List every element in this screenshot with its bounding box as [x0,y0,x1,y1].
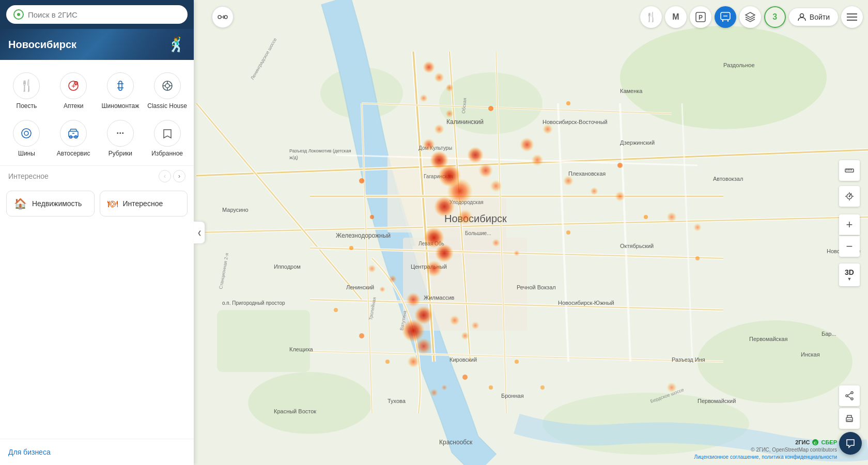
svg-point-101 [435,244,454,262]
svg-point-87 [467,147,484,163]
svg-text:Плехановская: Плехановская [568,171,606,177]
svg-point-119 [667,212,677,222]
svg-point-126 [349,246,353,250]
collapse-sidebar-button[interactable] [194,221,205,244]
food-filter-button[interactable]: 🍴 [640,6,662,28]
business-link[interactable]: Для бизнеса [8,448,51,456]
category-item-autoservice[interactable]: Автосервис [51,116,96,161]
svg-point-113 [615,191,625,202]
search-input[interactable] [28,10,180,19]
svg-point-94 [434,72,444,83]
svg-point-123 [667,382,677,393]
category-item-pharmacy[interactable]: + R Аптеки [51,68,96,114]
menu-button[interactable] [841,6,863,28]
login-button[interactable]: Войти [789,8,838,26]
zoom-in-icon: + [846,218,853,231]
svg-text:Новосибирск-Восточный: Новосибирск-Восточный [542,119,608,125]
category-item-tires-change[interactable]: Шиномонтаж [98,68,143,114]
logo-2gis: 2ГИС [795,439,810,446]
category-item-tires[interactable]: Шины [4,116,49,161]
svg-point-93 [423,61,435,73]
classic-house-icon [154,72,181,99]
classic-house-label: Classic House [147,102,187,110]
realty-icon: 🏠 [14,197,27,210]
svg-point-127 [488,106,493,111]
svg-point-134 [359,333,364,338]
nav-prev-button[interactable]: ‹ [159,170,171,182]
svg-text:R: R [74,81,78,86]
svg-point-107 [407,355,420,368]
share-button[interactable] [839,385,860,406]
sidebar: Новосибирск 🕺 🍴 Поесть + R Аптеки [0,0,194,465]
routes-mode-button[interactable] [212,6,234,28]
interesting-icon: 🍽 [107,198,118,210]
realty-card[interactable]: 🏠 Недвижимость [6,191,95,216]
category-grid: 🍴 Поесть + R Аптеки Ши [0,60,194,165]
svg-text:Тухова: Тухова [388,398,406,404]
zoom-controls: + − [839,214,860,257]
svg-point-97 [520,137,534,152]
nav-next-button[interactable]: › [173,170,185,182]
svg-text:Большие...: Большие... [465,230,491,236]
svg-point-102 [426,260,442,277]
zoom-out-button[interactable]: − [839,236,860,257]
interesting-card[interactable]: 🍽 Интересное [100,191,188,216]
svg-point-153 [22,129,31,138]
svg-point-99 [542,124,553,134]
search-input-wrap[interactable] [6,5,188,24]
locate-button[interactable] [839,186,860,207]
attribution-copy: © 2ГИС, OpenStreetMap contributors [694,446,837,454]
top-toolbar: 🍴 М P 3 Войти [212,6,863,28]
interesting-card-label: Интересное [123,199,163,208]
svg-text:Автовокзал: Автовокзал [713,176,743,182]
parking-filter-button[interactable]: P [690,6,711,28]
print-button[interactable] [839,408,860,429]
svg-text:Бар...: Бар... [822,331,836,337]
svg-point-117 [492,239,500,247]
layers-button[interactable] [739,6,761,28]
eat-label: Поесть [17,102,37,110]
bottom-cards: 🏠 Недвижимость 🍽 Интересное [0,187,194,221]
category-item-favorites[interactable]: Избранное [145,116,190,161]
3d-label: 3D [845,268,854,276]
score-button[interactable]: 3 [764,6,786,28]
svg-point-129 [617,163,623,168]
city-banner: Новосибирск 🕺 [0,29,194,60]
nav-arrows: ‹ › [159,170,185,182]
svg-text:Железнодорожный: Железнодорожный [336,232,391,239]
svg-text:Первомайская: Первомайская [749,336,787,342]
3d-button[interactable]: 3D ▼ [839,264,860,286]
svg-text:Первомайский: Первомайский [698,398,736,404]
business-link-section: Для бизнеса [0,439,194,465]
svg-point-124 [359,178,364,183]
svg-point-85 [434,196,455,217]
rubrics-icon: ··· [107,120,134,147]
interesting-section: Интересное ‹ › [0,165,194,187]
category-item-rubrics[interactable]: ··· Рубрики [98,116,143,161]
metro-filter-button[interactable]: М [665,6,687,28]
3d-arrow-icon: ▼ [847,276,852,282]
routes-filter-button[interactable] [715,6,736,28]
svg-point-86 [457,209,473,225]
svg-point-88 [478,163,493,178]
ruler-button[interactable] [839,160,860,181]
svg-text:о.п. Пригородный простор: о.п. Пригородный простор [222,300,285,306]
svg-text:Каменка: Каменка [620,88,643,94]
svg-text:ж/д): ж/д) [289,155,298,160]
svg-point-118 [514,250,520,256]
category-item-classic-house[interactable]: Classic House [145,68,190,114]
category-item-eat[interactable]: 🍴 Поесть [4,68,49,114]
svg-point-122 [441,384,447,391]
pharmacy-label: Аптеки [64,102,84,110]
eat-icon: 🍴 [13,72,40,99]
svg-point-180 [846,395,848,397]
autoservice-icon [60,120,87,147]
attribution-license[interactable]: Лицензионное соглашение, политика конфид… [694,454,837,461]
zoom-in-button[interactable]: + [839,214,860,235]
svg-text:P: P [699,14,703,21]
svg-point-148 [165,84,169,88]
chat-button[interactable] [839,432,862,455]
login-label: Войти [810,13,830,21]
svg-text:Разъезд Локомотив (детская: Разъезд Локомотив (детская [289,148,351,153]
svg-point-178 [851,392,853,394]
